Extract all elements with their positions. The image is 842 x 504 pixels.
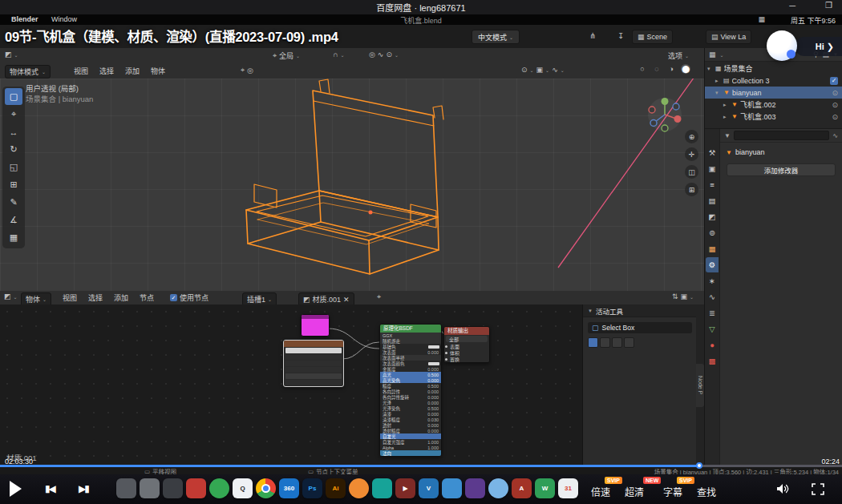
navigation-gizmo[interactable] [646, 96, 683, 133]
subtitle-button[interactable]: NEW 字幕 [663, 485, 682, 498]
overlay-toggle-icons[interactable]: ⊙ ⌄ ▣ ⌄ ∿ ⌄ [521, 66, 565, 74]
minimize-icon[interactable]: ─ [789, 1, 795, 10]
fullscreen-icon[interactable] [812, 483, 824, 495]
node-image-texture[interactable] [283, 340, 344, 387]
shader-editor[interactable]: 原理化BSDF GGX随机游走基础色次表面0.000次表面半径次表面颜色金属度0… [0, 304, 704, 466]
ortho-toggle-icon[interactable]: ⊞ [685, 183, 698, 196]
transform-tool[interactable]: ⊞ [5, 176, 22, 193]
camera-view-icon[interactable]: ◫ [685, 165, 698, 179]
progress-knob[interactable] [696, 462, 702, 469]
outliner-row[interactable]: ▸▼飞机盒.003⊙ [705, 111, 842, 123]
dock-illustrator[interactable]: Ai [326, 478, 346, 498]
tab-particles[interactable]: ∗ [706, 273, 719, 288]
dock-app-teal[interactable] [372, 478, 392, 498]
shading-solid-icon[interactable]: ◌ [652, 64, 662, 74]
editor-type-button[interactable]: ◩ ⌄ [5, 50, 18, 58]
outliner-row[interactable]: ▸▤Collection 3✓ [705, 75, 842, 87]
dock-app-blue[interactable] [442, 478, 462, 498]
dock-app-wps[interactable]: W [535, 478, 555, 498]
dock-photoshop[interactable]: Ps [302, 478, 322, 498]
video-frame[interactable]: Blender Window 飞机盒.blend ▦ 周五 下午9:56 中文模… [0, 14, 842, 474]
node-principled-bsdf[interactable]: 原理化BSDF GGX随机游走基础色次表面0.000次表面半径次表面颜色金属度0… [379, 324, 442, 457]
measure-tool[interactable]: ∡ [5, 212, 22, 228]
maximize-icon[interactable]: ❐ [825, 1, 832, 10]
properties-options-icon[interactable]: ∿ [832, 132, 838, 139]
quality-button[interactable]: SVIP 超清 [625, 485, 644, 498]
progress-bar[interactable] [0, 465, 842, 467]
shader-menu-view[interactable]: 视图 [63, 292, 77, 303]
sidebar-node-tab[interactable]: Node P [696, 364, 704, 407]
options-dropdown[interactable]: 选项 ⌄ [668, 50, 689, 61]
hide-eye-icon[interactable]: ⊙ [832, 89, 838, 97]
annotate-tool[interactable]: ✎ [5, 194, 22, 211]
next-button[interactable]: ▶▮ [79, 483, 88, 494]
tab-modifiers[interactable]: ⚙ [706, 257, 719, 272]
play-button[interactable] [10, 481, 22, 497]
pan-hand-icon[interactable]: ✛ [685, 147, 698, 161]
dock-app-3[interactable] [163, 478, 183, 498]
menu-object[interactable]: 物体 [151, 66, 165, 76]
move-tool[interactable]: ↔ [5, 123, 22, 140]
speed-button[interactable]: 倍速 [591, 485, 610, 498]
dock-app-v[interactable]: V [419, 478, 439, 498]
tab-output[interactable]: ≡ [706, 177, 719, 192]
collection-checkbox[interactable]: ✓ [830, 77, 838, 85]
dock-app-lightblue[interactable] [488, 478, 508, 498]
shading-rendered-icon[interactable]: ⬤ [681, 64, 690, 74]
rotate-tool[interactable]: ↻ [5, 141, 22, 158]
menu-view[interactable]: 视图 [74, 66, 88, 76]
tab-render[interactable]: ▣ [706, 161, 719, 176]
shader-header-right-icons[interactable]: ⇅ ▣ ⌄ [672, 292, 694, 300]
tab-scene[interactable]: ◩ [706, 209, 719, 224]
scene-selector[interactable]: ▦ Scene [632, 30, 673, 44]
bsdf-row[interactable]: 自发光强度1.000 [380, 439, 441, 445]
dock-browser-360[interactable]: 360 [279, 478, 299, 498]
node-link-icon[interactable]: ⋔ [589, 31, 596, 40]
shading-material-icon[interactable]: ◑ [666, 64, 676, 74]
menubar-app-name[interactable]: Blender [11, 15, 38, 23]
assistant-widget[interactable]: Hi ❯ [757, 29, 842, 64]
dock-app-2[interactable] [140, 478, 160, 498]
tab-constraints[interactable]: ≣ [706, 305, 719, 321]
dock-app-cad[interactable]: A [512, 478, 532, 498]
assistant-hi-pill[interactable]: Hi ❯ [795, 37, 842, 56]
properties-search-input[interactable] [734, 131, 829, 140]
volume-icon[interactable] [776, 483, 791, 494]
node-material-output[interactable]: 材质输出 全部表面体积置换 [443, 326, 490, 363]
hide-eye-icon[interactable]: ⊙ [832, 113, 838, 121]
dock-app-green[interactable] [209, 478, 229, 498]
search-button[interactable]: SVIP 查找 [697, 485, 716, 498]
use-nodes-checkbox[interactable]: ✓ 使用节点 [170, 292, 208, 303]
outliner-row[interactable]: ▾▦场景集合 [705, 62, 842, 75]
toggle-extend[interactable] [600, 337, 610, 348]
menubar-window-menu[interactable]: Window [51, 15, 77, 23]
dock-app-orange[interactable] [349, 478, 369, 498]
dock-calendar[interactable]: 31 [558, 478, 578, 498]
outliner-row[interactable]: ▸▼飞机盒.002⊙ [705, 99, 842, 111]
tab-viewlayer[interactable]: ▤ [706, 193, 719, 208]
previous-button[interactable]: ▮◀ [45, 483, 55, 494]
tab-object[interactable]: ▦ [706, 241, 719, 256]
viewport-3d[interactable]: 用户透视 (局部) 场景集合 | bianyuan ▢⌖↔↻◱⊞✎∡▦ ⊕✛◫⊞ [0, 79, 704, 291]
hide-eye-icon[interactable]: ⊙ [832, 101, 838, 109]
language-mode-button[interactable]: 中文模式 ⌄ [472, 30, 520, 44]
properties-filter-icon[interactable]: ▼ [724, 132, 731, 139]
select-tool-icons[interactable]: ⌖ ◎ [241, 66, 253, 75]
toggle-invert[interactable] [624, 337, 634, 348]
tab-tool[interactable]: ⚒ [706, 145, 719, 160]
toggle-subtract[interactable] [612, 337, 622, 348]
shading-wireframe-icon[interactable]: ○ [638, 64, 647, 74]
scale-tool[interactable]: ◱ [5, 159, 22, 175]
menu-add[interactable]: 添加 [125, 66, 140, 76]
node-magenta-texture[interactable] [301, 314, 330, 337]
shader-menu-select[interactable]: 选择 [88, 292, 103, 303]
pin-icon[interactable]: ⌖ [377, 292, 381, 301]
assistant-avatar[interactable] [767, 30, 797, 61]
transform-orientation-dropdown[interactable]: ⌖ 全局 ⌄ [273, 50, 300, 61]
select-box-tool-setting[interactable]: ▢ Select Box [588, 322, 692, 333]
tab-material[interactable]: ● [706, 337, 719, 353]
bsdf-row[interactable]: 法向 [380, 450, 441, 456]
add-modifier-button[interactable]: 添加修改器 [727, 163, 836, 176]
tab-physics[interactable]: ∿ [706, 289, 719, 304]
view-layer-selector[interactable]: ▤ View La [706, 30, 751, 44]
